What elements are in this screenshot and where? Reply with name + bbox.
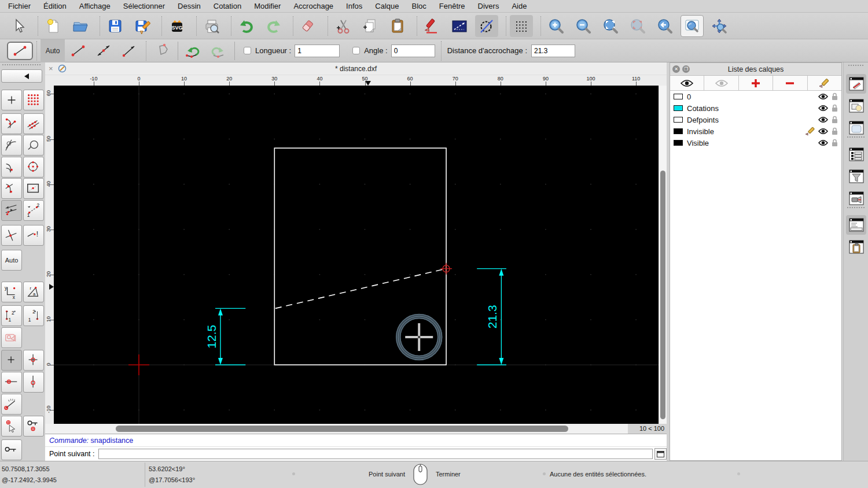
- zoom-previous-button[interactable]: [653, 15, 676, 37]
- tab-title[interactable]: * distance.dxf: [45, 65, 667, 73]
- undo-button[interactable]: [235, 15, 258, 37]
- zoom-pan-button[interactable]: [708, 15, 731, 37]
- menu-accrochage[interactable]: Accrochage: [293, 2, 333, 10]
- command-input[interactable]: [98, 449, 653, 459]
- lock-relative-zero-button[interactable]: [23, 416, 44, 437]
- zoom-out-button[interactable]: [572, 15, 595, 37]
- eraser-button[interactable]: [297, 15, 320, 37]
- snap-middle-button[interactable]: [1, 157, 22, 178]
- snap-tangent-button[interactable]: [1, 135, 22, 156]
- line-angle-button[interactable]: [92, 40, 115, 62]
- print-preview-button[interactable]: [200, 15, 223, 37]
- layer-color-swatch[interactable]: [674, 105, 683, 111]
- clipboard-window-button[interactable]: [846, 237, 866, 257]
- remove-layer-button[interactable]: [773, 76, 807, 90]
- redo-segment-button[interactable]: [207, 40, 230, 62]
- layer-visible-eye-icon[interactable]: [818, 139, 828, 146]
- layer-visible-eye-icon[interactable]: [818, 93, 828, 100]
- zoom-in-button[interactable]: [545, 15, 568, 37]
- snap-distance-input[interactable]: [531, 45, 575, 57]
- angle-gauge-button[interactable]: [1, 394, 22, 415]
- snap-relative-button[interactable]: 12: [23, 200, 44, 221]
- dock-drag-handle[interactable]: [848, 65, 863, 66]
- layer-visible-eye-icon[interactable]: [818, 128, 828, 135]
- current-tool-button[interactable]: [7, 42, 33, 60]
- menu-édition[interactable]: Édition: [43, 2, 67, 10]
- angle-input[interactable]: [391, 45, 435, 57]
- drawing-canvas[interactable]: 12.521.3: [54, 86, 659, 424]
- snap-endpoint-button[interactable]: [1, 113, 22, 134]
- palette-collapse-button[interactable]: [1, 69, 42, 83]
- horizontal-scrollbar-thumb[interactable]: [116, 426, 568, 432]
- relative-zero-button[interactable]: [1, 439, 22, 460]
- snap-reference-button[interactable]: [23, 178, 44, 199]
- edit-layer-button[interactable]: [808, 76, 841, 90]
- menu-bloc[interactable]: Bloc: [411, 2, 426, 10]
- hide-all-eye-button[interactable]: [704, 76, 738, 90]
- add-layer-button[interactable]: [739, 76, 773, 90]
- coordinate-cartesian-button[interactable]: yx: [1, 282, 22, 302]
- menu-dessin[interactable]: Dessin: [178, 2, 201, 10]
- restrict-intersection-button[interactable]: [1, 225, 22, 246]
- library-window-button[interactable]: [846, 118, 866, 138]
- length-input[interactable]: [295, 45, 340, 57]
- restrict-nothing2-button[interactable]: !: [23, 225, 44, 246]
- filter-window-button[interactable]: [846, 167, 866, 186]
- snap-quadrant-button[interactable]: [23, 157, 44, 178]
- distance-line-button[interactable]: [448, 15, 471, 37]
- menu-aide[interactable]: Aide: [512, 2, 527, 10]
- panel-close-icon[interactable]: ✕: [672, 65, 680, 73]
- command-window-button[interactable]: [846, 215, 866, 235]
- layer-color-swatch[interactable]: [674, 140, 683, 146]
- layer-lock-icon[interactable]: [832, 127, 838, 135]
- menu-cotation[interactable]: Cotation: [214, 2, 241, 10]
- coordinate-polar-button[interactable]: ra: [23, 282, 44, 302]
- plugin-window-button[interactable]: [846, 188, 866, 208]
- length-checkbox[interactable]: [244, 47, 251, 54]
- layer-visible-eye-icon[interactable]: [818, 116, 828, 123]
- menu-infos[interactable]: Infos: [346, 2, 362, 10]
- snap-free-button[interactable]: [1, 90, 22, 110]
- new-document-button[interactable]: [42, 15, 65, 37]
- palette-drag-handle[interactable]: [2, 64, 41, 66]
- restrict-nothing-button[interactable]: [475, 15, 498, 37]
- save-button[interactable]: [104, 15, 127, 37]
- layer-color-swatch[interactable]: [674, 94, 683, 99]
- redo-button[interactable]: [262, 15, 285, 37]
- select-snap-button[interactable]: [1, 416, 22, 437]
- layer-color-swatch[interactable]: [674, 128, 683, 134]
- layer-row[interactable]: Invisible: [670, 125, 841, 137]
- line-horizontal-button[interactable]: [117, 40, 141, 62]
- draw-order-button[interactable]: [421, 15, 444, 37]
- layer-color-swatch[interactable]: [674, 117, 683, 123]
- palette-auto-button[interactable]: Auto: [1, 250, 22, 271]
- layer-row[interactable]: 0: [670, 91, 841, 102]
- entity-list-window-button[interactable]: [846, 145, 866, 164]
- cam-button[interactable]: [1, 327, 22, 348]
- zoom-selected-button[interactable]: [626, 15, 649, 37]
- menu-fichier[interactable]: Fichier: [8, 2, 31, 10]
- undo-segment-button[interactable]: [181, 40, 204, 62]
- show-all-eye-button[interactable]: [670, 76, 704, 90]
- layer-row[interactable]: Visible: [670, 137, 841, 149]
- layer-lock-icon[interactable]: [832, 116, 838, 124]
- block-list-window-button[interactable]: [846, 96, 866, 116]
- menu-divers[interactable]: Divers: [478, 2, 499, 10]
- restrict-vertical-button[interactable]: [23, 372, 44, 393]
- corner-12-button[interactable]: 12: [1, 305, 22, 326]
- open-folder-button[interactable]: [69, 15, 92, 37]
- menu-calque[interactable]: Calque: [375, 2, 399, 10]
- menu-sélectionner[interactable]: Sélectionner: [123, 2, 165, 10]
- menu-fenêtre[interactable]: Fenêtre: [439, 2, 465, 10]
- horizontal-scrollbar[interactable]: 10 < 100: [45, 424, 667, 434]
- layer-lock-icon[interactable]: [832, 139, 838, 147]
- layer-lock-icon[interactable]: [832, 93, 838, 101]
- menu-affichage[interactable]: Affichage: [79, 2, 111, 10]
- restrict-horizontal-button[interactable]: [1, 372, 22, 393]
- angle-checkbox[interactable]: [352, 47, 360, 54]
- save-as-button[interactable]: [131, 15, 154, 37]
- layer-visible-eye-icon[interactable]: [818, 105, 828, 112]
- paste-button[interactable]: [386, 15, 409, 37]
- vertical-scrollbar[interactable]: [659, 86, 667, 424]
- layer-lock-icon[interactable]: [832, 104, 838, 112]
